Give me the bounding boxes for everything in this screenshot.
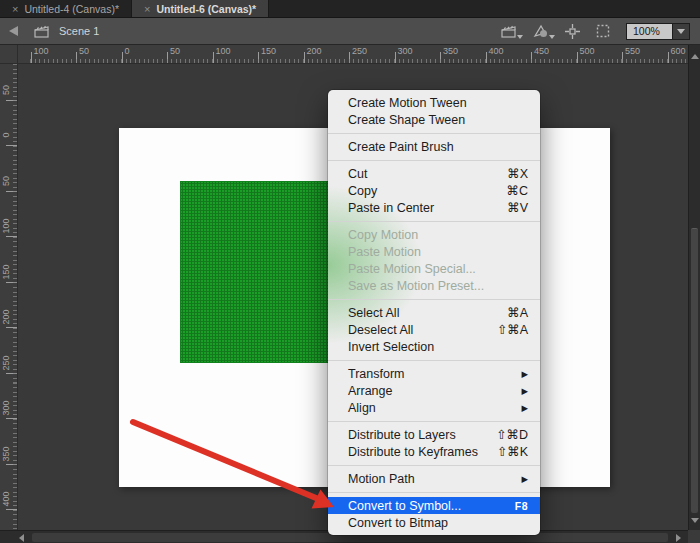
menu-item-cut[interactable]: Cut⌘X: [328, 165, 540, 182]
scroll-up-icon[interactable]: [691, 54, 699, 59]
edit-bar: Scene 1: [0, 18, 700, 45]
ruler-major-tick: [486, 52, 487, 63]
animate-window: ×Untitled-4 (Canvas)*×Untitled-6 (Canvas…: [0, 0, 700, 543]
ruler-major-tick: [304, 52, 305, 63]
ruler-label: 0: [125, 46, 130, 56]
menu-item-label: Copy: [348, 184, 496, 198]
menu-item-distribute-to-keyframes[interactable]: Distribute to Keyframes⇧⌘K: [328, 443, 540, 460]
menu-item-label: Motion Path: [348, 472, 511, 486]
document-tabbar: ×Untitled-4 (Canvas)*×Untitled-6 (Canvas…: [0, 0, 700, 18]
menu-item-create-paint-brush[interactable]: Create Paint Brush: [328, 138, 540, 155]
ruler-major-tick: [395, 52, 396, 63]
ruler-label: 200: [307, 46, 322, 56]
ruler-major-tick: [440, 52, 441, 63]
menu-item-align[interactable]: Align▶: [328, 399, 540, 416]
selected-green-rectangle[interactable]: [180, 181, 344, 363]
menu-item-paste-in-center[interactable]: Paste in Center⌘V: [328, 199, 540, 216]
clip-content-icon[interactable]: [596, 24, 610, 38]
ruler-major-tick: [258, 52, 259, 63]
menu-item-label: Save as Motion Preset...: [348, 279, 528, 293]
zoom-value-field[interactable]: 100%: [626, 23, 673, 40]
menu-item-create-motion-tween[interactable]: Create Motion Tween: [328, 94, 540, 111]
ruler-major-tick: [213, 52, 214, 63]
ruler-label: 600: [671, 46, 686, 56]
edit-symbols-icon[interactable]: [533, 24, 549, 38]
menu-separator: [328, 128, 540, 138]
tab-close-icon[interactable]: ×: [12, 3, 18, 15]
down-triangle-icon: [677, 29, 685, 34]
vertical-ruler: 50050100150200250300350400450: [0, 64, 18, 530]
menu-item-label: Align: [348, 401, 511, 415]
menu-item-distribute-to-layers[interactable]: Distribute to Layers⇧⌘D: [328, 426, 540, 443]
menu-item-label: Cut: [348, 167, 497, 181]
menu-item-label: Transform: [348, 367, 511, 381]
ruler-label: 100: [0, 211, 12, 241]
menu-item-copy-motion: Copy Motion: [328, 226, 540, 243]
document-tab-1[interactable]: ×Untitled-4 (Canvas)*: [0, 0, 132, 17]
menu-item-shortcut: ⌘V: [507, 200, 528, 215]
menu-item-motion-path[interactable]: Motion Path▶: [328, 470, 540, 487]
menu-separator: [328, 460, 540, 470]
ruler-label: 200: [0, 302, 12, 332]
ruler-label: 300: [398, 46, 413, 56]
ruler-major-tick: [122, 52, 123, 63]
tab-label: Untitled-4 (Canvas)*: [24, 3, 119, 15]
scroll-down-icon[interactable]: [691, 518, 699, 523]
ruler-major-tick: [349, 52, 350, 63]
menu-item-shortcut: ⌘A: [507, 305, 528, 320]
ruler-label: 350: [0, 439, 12, 469]
menu-item-deselect-all[interactable]: Deselect All⇧⌘A: [328, 321, 540, 338]
zoom-control: 100%: [626, 23, 690, 40]
menu-item-shortcut: ⌘C: [506, 183, 528, 198]
edit-scene-icon[interactable]: [501, 25, 517, 38]
menu-item-transform[interactable]: Transform▶: [328, 365, 540, 382]
ruler-label: 150: [0, 257, 12, 287]
dropdown-caret-icon: [517, 35, 523, 39]
back-arrow-icon[interactable]: [9, 26, 18, 36]
ruler-label: 500: [580, 46, 595, 56]
menu-item-convert-to-bitmap[interactable]: Convert to Bitmap: [328, 514, 540, 531]
scrollbar-corner: [688, 530, 700, 543]
menu-item-label: Deselect All: [348, 323, 487, 337]
submenu-arrow-icon: ▶: [521, 386, 528, 396]
ruler-label: 400: [489, 46, 504, 56]
menu-item-create-shape-tween[interactable]: Create Shape Tween: [328, 111, 540, 128]
scroll-right-icon[interactable]: [676, 534, 681, 542]
menu-item-shortcut: ⇧⌘K: [497, 444, 528, 459]
menu-item-paste-motion-special: Paste Motion Special...: [328, 260, 540, 277]
menu-item-copy[interactable]: Copy⌘C: [328, 182, 540, 199]
menu-item-label: Convert to Bitmap: [348, 516, 528, 530]
zoom-dropdown-button[interactable]: [673, 23, 690, 40]
menu-item-arrange[interactable]: Arrange▶: [328, 382, 540, 399]
submenu-arrow-icon: ▶: [521, 369, 528, 379]
menu-item-invert-selection[interactable]: Invert Selection: [328, 338, 540, 355]
vertical-scrollbar-thumb[interactable]: [691, 228, 698, 513]
ruler-major-tick: [622, 52, 623, 63]
menu-item-label: Convert to Symbol...: [348, 499, 505, 513]
scene-clapperboard-icon: [34, 25, 50, 38]
menu-separator: [328, 294, 540, 304]
ruler-label: 550: [625, 46, 640, 56]
ruler-major-tick: [668, 52, 669, 63]
center-frame-icon[interactable]: [565, 24, 580, 39]
menu-item-label: Distribute to Keyframes: [348, 445, 487, 459]
menu-item-label: Create Shape Tween: [348, 113, 528, 127]
tab-close-icon[interactable]: ×: [144, 3, 150, 15]
menu-item-label: Paste Motion: [348, 245, 528, 259]
ruler-label: 300: [0, 393, 12, 423]
tab-label: Untitled-6 (Canvas)*: [156, 3, 256, 15]
horizontal-ruler: 1005005010015020025030035040045050055060…: [18, 45, 688, 64]
menu-item-select-all[interactable]: Select All⌘A: [328, 304, 540, 321]
menu-item-convert-to-symbol[interactable]: Convert to Symbol...F8: [328, 497, 540, 514]
vertical-scrollbar[interactable]: [688, 45, 700, 530]
ruler-label: 50: [170, 46, 180, 56]
ruler-label: 0: [0, 120, 12, 150]
document-tab-2[interactable]: ×Untitled-6 (Canvas)*: [132, 0, 269, 17]
scroll-left-icon[interactable]: [19, 534, 24, 542]
menu-item-label: Arrange: [348, 384, 511, 398]
ruler-label: 50: [0, 166, 12, 196]
submenu-arrow-icon: ▶: [521, 403, 528, 413]
menu-separator: [328, 416, 540, 426]
menu-separator: [328, 487, 540, 497]
scene-breadcrumb[interactable]: Scene 1: [59, 25, 99, 37]
